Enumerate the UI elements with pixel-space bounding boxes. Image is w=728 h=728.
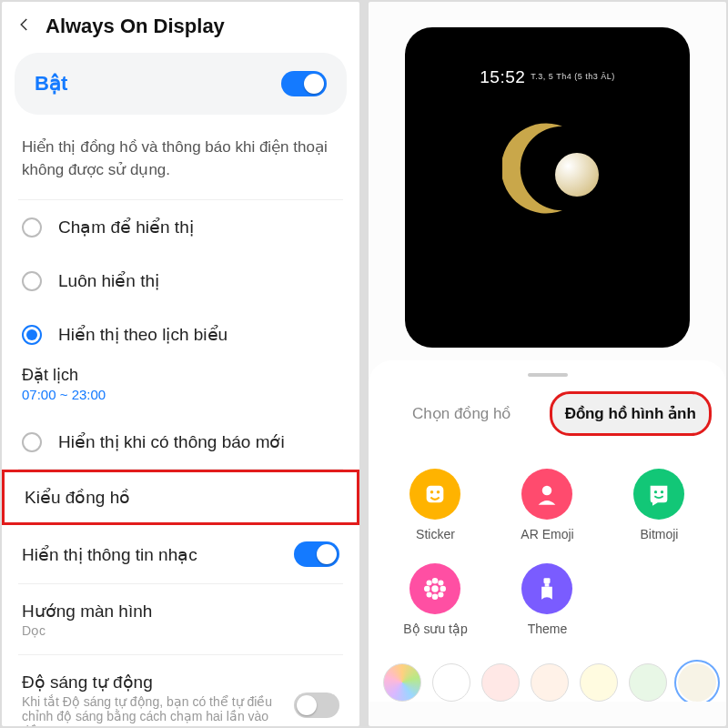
schedule-value: 07:00 ~ 23:00 <box>22 387 339 402</box>
tab-image-clock[interactable]: Đồng hồ hình ảnh <box>550 391 713 436</box>
settings-panel: Always On Display Bật Hiển thị đồng hồ v… <box>2 2 359 726</box>
grid-label: Sticker <box>379 527 491 541</box>
auto-brightness-desc: Khi tắt Độ sáng tự động, bạn có thể tự đ… <box>22 694 285 726</box>
orientation-value: Dọc <box>22 623 339 638</box>
radio-label: Hiển thị theo lịch biểu <box>58 324 228 345</box>
schedule-label: Đặt lịch <box>22 365 339 385</box>
radio-icon <box>22 271 42 291</box>
radio-icon <box>22 432 42 452</box>
grid-label: Bitmoji <box>603 527 715 541</box>
music-info-label: Hiển thị thông tin nhạc <box>22 544 285 565</box>
auto-brightness-toggle[interactable] <box>294 693 339 718</box>
clock-style-panel: 15:52T.3, 5 Th4 (5 th3 ÂL) Chọn đồng hồ … <box>369 2 726 726</box>
sticker-icon <box>410 469 460 520</box>
tab-choose-clock[interactable]: Chọn đồng hồ <box>383 391 541 436</box>
radio-always-show[interactable]: Luôn hiển thị <box>2 254 359 308</box>
page-title: Always On Display <box>46 15 225 38</box>
master-toggle[interactable] <box>281 71 327 96</box>
auto-brightness-label: Độ sáng tự động <box>22 672 285 693</box>
radio-icon <box>22 325 42 345</box>
aod-preview[interactable]: 15:52T.3, 5 Th4 (5 th3 ÂL) <box>405 27 690 348</box>
swatch-yellow[interactable] <box>580 663 618 702</box>
swatch-orange[interactable] <box>531 663 569 702</box>
description-text: Hiển thị đồng hồ và thông báo khi điện t… <box>2 124 359 199</box>
svg-point-14 <box>439 592 444 597</box>
orientation-label: Hướng màn hình <box>22 601 339 622</box>
swatch-rainbow[interactable] <box>383 663 421 702</box>
radio-icon <box>22 217 42 238</box>
gallery-icon <box>410 563 460 614</box>
preview-image <box>484 109 612 237</box>
grid-bitmoji[interactable]: Bitmoji <box>603 461 715 556</box>
svg-point-6 <box>432 585 439 592</box>
svg-point-10 <box>440 586 447 592</box>
svg-point-7 <box>432 578 439 584</box>
preview-time: 15:52T.3, 5 Th4 (5 th3 ÂL) <box>405 67 690 87</box>
swatch-green[interactable] <box>629 663 667 702</box>
grid-theme[interactable]: Theme <box>491 556 603 651</box>
radio-label: Hiển thị khi có thông báo mới <box>58 431 285 452</box>
svg-point-1 <box>430 490 434 494</box>
clock-style-row[interactable]: Kiểu đồng hồ <box>2 470 359 525</box>
svg-point-5 <box>661 490 663 493</box>
grid-sticker[interactable]: Sticker <box>379 461 491 556</box>
swatch-white[interactable] <box>432 663 470 702</box>
radio-schedule[interactable]: Hiển thị theo lịch biểu <box>2 308 359 361</box>
master-toggle-label: Bật <box>35 72 67 96</box>
clock-tabs: Chọn đồng hồ Đồng hồ hình ảnh <box>369 391 726 445</box>
grid-ar-emoji[interactable]: AR Emoji <box>491 461 603 556</box>
auto-brightness-row[interactable]: Độ sáng tự động Khi tắt Độ sáng tự động,… <box>2 655 359 726</box>
schedule-row[interactable]: Đặt lịch 07:00 ~ 23:00 <box>2 361 359 415</box>
swatch-selected[interactable] <box>678 663 716 702</box>
svg-point-12 <box>439 581 444 586</box>
preview-area: 15:52T.3, 5 Th4 (5 th3 ÂL) <box>369 2 726 348</box>
radio-tap-to-show[interactable]: Chạm để hiển thị <box>2 200 359 254</box>
svg-point-8 <box>432 593 439 600</box>
color-swatches <box>369 658 726 702</box>
svg-point-9 <box>424 586 430 592</box>
radio-label: Luôn hiển thị <box>58 270 159 291</box>
drag-handle[interactable] <box>528 373 568 377</box>
grid-label: Theme <box>491 622 603 636</box>
radio-new-notif[interactable]: Hiển thị khi có thông báo mới <box>2 415 359 469</box>
radio-label: Chạm để hiển thị <box>58 217 194 238</box>
master-toggle-row[interactable]: Bật <box>15 53 347 115</box>
music-info-toggle[interactable] <box>294 541 339 567</box>
header: Always On Display <box>2 2 359 53</box>
svg-point-3 <box>542 486 552 496</box>
svg-point-13 <box>427 592 432 597</box>
clock-style-label: Kiểu đồng hồ <box>25 488 130 507</box>
svg-rect-16 <box>545 583 550 587</box>
grid-gallery[interactable]: Bộ sưu tập <box>379 556 491 651</box>
grid-label: AR Emoji <box>491 527 603 541</box>
music-info-row[interactable]: Hiển thị thông tin nhạc <box>2 525 359 583</box>
swatch-red[interactable] <box>481 663 520 702</box>
svg-point-4 <box>654 490 657 493</box>
grid-label: Bộ sưu tập <box>379 622 491 636</box>
theme-icon <box>521 563 572 614</box>
preview-date: T.3, 5 Th4 (5 th3 ÂL) <box>531 72 614 81</box>
back-icon[interactable] <box>16 16 33 36</box>
ar-emoji-icon <box>521 469 572 520</box>
astronaut-icon <box>555 153 599 197</box>
svg-rect-15 <box>544 578 551 583</box>
bottom-sheet: Chọn đồng hồ Đồng hồ hình ảnh Sticker AR… <box>369 360 726 702</box>
bitmoji-icon <box>633 469 684 520</box>
source-grid: Sticker AR Emoji Bitmoji <box>369 445 726 658</box>
svg-point-2 <box>437 490 440 494</box>
orientation-row[interactable]: Hướng màn hình Dọc <box>2 584 359 654</box>
svg-point-11 <box>427 581 432 586</box>
